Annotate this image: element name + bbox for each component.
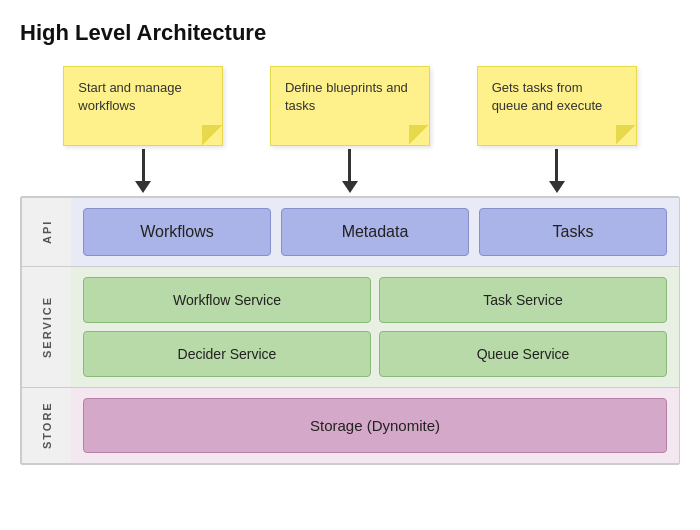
service-content: Workflow Service Task Service Decider Se… xyxy=(71,267,679,387)
arrow-head xyxy=(549,181,565,193)
api-content: Workflows Metadata Tasks xyxy=(71,198,679,266)
api-row: API Workflows Metadata Tasks xyxy=(21,197,679,266)
arrow-head xyxy=(342,181,358,193)
architecture-diagram: Start and manage workflows Define bluepr… xyxy=(20,66,680,465)
sections-container: API Workflows Metadata Tasks SERVICE Wor… xyxy=(20,196,680,465)
queue-service-box: Queue Service xyxy=(379,331,667,377)
api-label: API xyxy=(21,198,71,266)
sticky-note-tasks: Gets tasks from queue and execute xyxy=(477,66,637,146)
page-title: High Level Architecture xyxy=(20,20,680,46)
service-row: SERVICE Workflow Service Task Service De… xyxy=(21,266,679,387)
service-label: SERVICE xyxy=(21,267,71,387)
api-tasks-box: Tasks xyxy=(479,208,667,256)
arrow-metadata xyxy=(270,149,430,193)
arrow-shaft xyxy=(348,149,351,181)
store-row: STORE Storage (Dynomite) xyxy=(21,387,679,464)
storage-box: Storage (Dynomite) xyxy=(83,398,667,453)
arrow-tasks xyxy=(477,149,637,193)
arrow-head xyxy=(135,181,151,193)
task-service-box: Task Service xyxy=(379,277,667,323)
sticky-notes-row: Start and manage workflows Define bluepr… xyxy=(20,66,680,146)
arrow-shaft xyxy=(555,149,558,181)
sticky-note-metadata: Define blueprints and tasks xyxy=(270,66,430,146)
store-content: Storage (Dynomite) xyxy=(71,388,679,463)
sticky-note-workflows: Start and manage workflows xyxy=(63,66,223,146)
api-workflows-box: Workflows xyxy=(83,208,271,256)
api-metadata-box: Metadata xyxy=(281,208,469,256)
arrows-row xyxy=(20,146,680,196)
decider-service-box: Decider Service xyxy=(83,331,371,377)
arrow-workflows xyxy=(63,149,223,193)
workflow-service-box: Workflow Service xyxy=(83,277,371,323)
arrow-shaft xyxy=(142,149,145,181)
store-label: STORE xyxy=(21,388,71,463)
